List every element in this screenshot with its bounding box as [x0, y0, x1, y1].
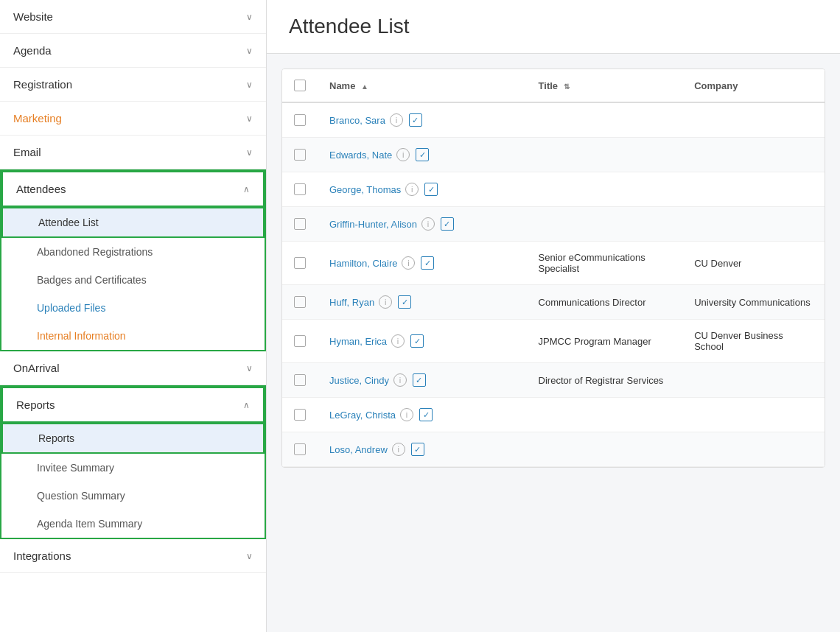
- row-checkbox[interactable]: [294, 257, 306, 269]
- row-checkbox[interactable]: [294, 409, 306, 421]
- row-checkbox[interactable]: [294, 296, 306, 308]
- info-icon[interactable]: i: [405, 183, 419, 196]
- attendee-name[interactable]: LeGray, Christa: [329, 410, 396, 421]
- sidebar-item-website[interactable]: Website ∨: [0, 0, 266, 33]
- sidebar-section-website: Website ∨: [0, 0, 266, 34]
- table-header-row: Name ▲ Title ⇅ Company: [282, 69, 825, 102]
- page-title: Attendee List: [289, 15, 818, 38]
- sidebar-item-integrations[interactable]: Integrations ∨: [0, 539, 266, 572]
- check-icon[interactable]: ✓: [419, 408, 433, 421]
- attendee-name[interactable]: Hyman, Erica: [329, 336, 387, 347]
- chevron-down-icon: ∨: [246, 46, 253, 56]
- sort-both-icon: ⇅: [564, 82, 570, 91]
- row-checkbox[interactable]: [294, 183, 306, 195]
- sidebar-item-attendee-list[interactable]: Attendee List: [1, 207, 265, 238]
- check-icon[interactable]: ✓: [398, 295, 411, 309]
- info-icon[interactable]: i: [393, 373, 407, 387]
- row-checkbox[interactable]: [294, 114, 306, 126]
- sidebar-section-registration: Registration ∨: [0, 68, 266, 102]
- sidebar-item-agenda[interactable]: Agenda ∨: [0, 34, 266, 67]
- attendee-name[interactable]: Loso, Andrew: [329, 444, 388, 455]
- sidebar-item-onarrival[interactable]: OnArrival ∨: [0, 351, 266, 385]
- attendee-name[interactable]: Edwards, Nate: [329, 150, 392, 161]
- info-icon[interactable]: i: [392, 443, 405, 456]
- attendee-name[interactable]: Justice, Cindy: [329, 375, 389, 386]
- attendee-name[interactable]: Hamilton, Claire: [329, 258, 397, 269]
- table-row: Loso, Andrewi✓: [282, 432, 825, 467]
- chevron-down-icon: ∨: [246, 363, 253, 373]
- sidebar: Website ∨ Agenda ∨ Registration ∨ Market…: [0, 0, 267, 632]
- sidebar-item-agenda-item-summary[interactable]: Agenda Item Summary: [1, 510, 265, 538]
- info-icon[interactable]: i: [421, 217, 435, 231]
- attendee-title: Senior eCommunications Specialist: [527, 242, 683, 285]
- sidebar-item-internal-information[interactable]: Internal Information: [1, 322, 265, 350]
- attendee-company: [682, 432, 825, 467]
- table-row: Edwards, Natei✓: [282, 138, 825, 172]
- attendee-name[interactable]: Griffin-Hunter, Alison: [329, 219, 417, 230]
- attendee-table: Name ▲ Title ⇅ Company Branco, Sarai✓Edw…: [282, 69, 825, 467]
- check-icon[interactable]: ✓: [411, 443, 424, 456]
- check-icon[interactable]: ✓: [409, 113, 422, 127]
- sidebar-item-abandoned-registrations[interactable]: Abandoned Registrations: [1, 238, 265, 266]
- sidebar-item-email[interactable]: Email ∨: [0, 136, 266, 169]
- attendee-name[interactable]: Branco, Sara: [329, 115, 385, 126]
- sidebar-item-attendees[interactable]: Attendees ∧: [1, 171, 265, 207]
- chevron-down-icon: ∨: [246, 12, 253, 22]
- check-icon[interactable]: ✓: [424, 183, 438, 196]
- sidebar-item-registration[interactable]: Registration ∨: [0, 68, 266, 101]
- row-checkbox[interactable]: [294, 335, 306, 347]
- chevron-down-icon: ∨: [246, 551, 253, 561]
- sidebar-section-integrations: Integrations ∨: [0, 539, 266, 573]
- attendee-title: Communications Director: [527, 285, 683, 320]
- attendee-company: [682, 363, 825, 398]
- sidebar-item-question-summary[interactable]: Question Summary: [1, 482, 265, 510]
- table-row: George, Thomasi✓: [282, 172, 825, 207]
- row-checkbox[interactable]: [294, 443, 306, 455]
- info-icon[interactable]: i: [402, 256, 415, 270]
- info-icon[interactable]: i: [379, 295, 392, 309]
- col-header-checkbox[interactable]: [282, 69, 318, 102]
- info-icon[interactable]: i: [400, 408, 413, 421]
- check-icon[interactable]: ✓: [421, 256, 434, 270]
- sidebar-item-reports[interactable]: Reports: [1, 423, 265, 454]
- check-icon[interactable]: ✓: [441, 217, 454, 231]
- sidebar-item-badges-certificates[interactable]: Badges and Certificates: [1, 266, 265, 294]
- attendee-name[interactable]: Huff, Ryan: [329, 297, 374, 308]
- attendee-name[interactable]: George, Thomas: [329, 184, 401, 195]
- sidebar-item-marketing[interactable]: Marketing ∨: [0, 102, 266, 135]
- row-checkbox[interactable]: [294, 374, 306, 386]
- attendee-title: Director of Registrar Services: [527, 363, 683, 398]
- table-row: Hyman, Ericai✓JPMCC Program ManagerCU De…: [282, 320, 825, 363]
- check-icon[interactable]: ✓: [410, 334, 424, 348]
- row-checkbox[interactable]: [294, 149, 306, 161]
- chevron-up-icon: ∧: [243, 184, 250, 194]
- col-header-name[interactable]: Name ▲: [318, 69, 527, 102]
- sidebar-item-invitee-summary[interactable]: Invitee Summary: [1, 454, 265, 482]
- chevron-down-icon: ∨: [246, 80, 253, 90]
- sort-asc-icon: ▲: [361, 82, 368, 91]
- attendee-company: [682, 102, 825, 138]
- attendee-table-container: Name ▲ Title ⇅ Company Branco, Sarai✓Edw…: [281, 69, 825, 468]
- attendee-company: CU Denver Business School: [682, 320, 825, 363]
- attendee-title: [527, 172, 683, 207]
- sidebar-item-reports-header[interactable]: Reports ∧: [1, 387, 265, 423]
- select-all-checkbox[interactable]: [294, 80, 306, 91]
- attendee-company: CU Denver: [682, 242, 825, 285]
- info-icon[interactable]: i: [391, 334, 405, 348]
- table-row: Branco, Sarai✓: [282, 102, 825, 138]
- col-header-company: Company: [682, 69, 825, 102]
- sidebar-item-uploaded-files[interactable]: Uploaded Files: [1, 294, 265, 322]
- check-icon[interactable]: ✓: [413, 373, 426, 387]
- table-row: Hamilton, Clairei✓Senior eCommunications…: [282, 242, 825, 285]
- chevron-down-icon: ∨: [246, 113, 253, 124]
- row-checkbox[interactable]: [294, 218, 306, 230]
- info-icon[interactable]: i: [390, 113, 403, 127]
- col-header-title[interactable]: Title ⇅: [527, 69, 683, 102]
- chevron-down-icon: ∨: [246, 147, 253, 158]
- attendee-title: [527, 102, 683, 138]
- check-icon[interactable]: ✓: [416, 148, 429, 161]
- info-icon[interactable]: i: [396, 148, 410, 161]
- table-row: LeGray, Christai✓: [282, 398, 825, 432]
- page-title-bar: Attendee List: [267, 0, 840, 54]
- attendee-company: [682, 138, 825, 172]
